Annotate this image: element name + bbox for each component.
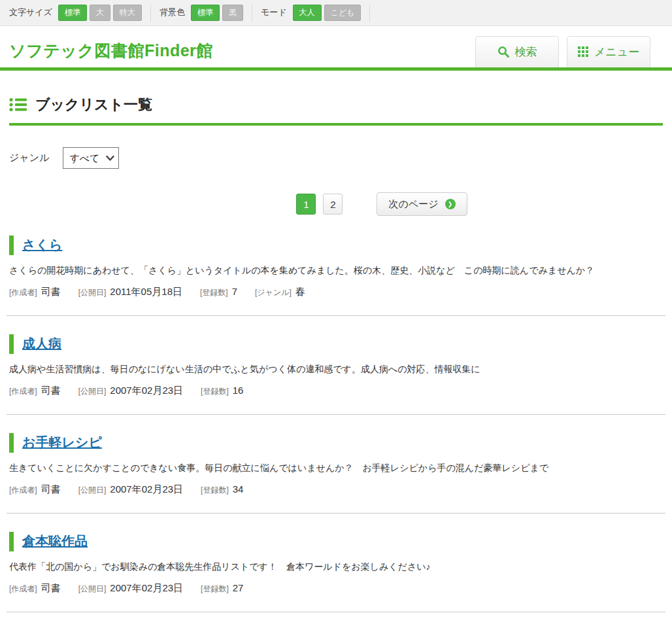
meta-pair: [登録数]16	[201, 385, 243, 397]
booklist-item: お手軽レシピ 生きていくことに欠かすことのできない食事。毎日の献立に悩んではいま…	[9, 415, 663, 496]
background-color-label: 背景色	[160, 7, 185, 18]
font-size-xlarge-button[interactable]: 特大	[113, 5, 142, 20]
meta-label: [作成者]	[9, 287, 37, 298]
mode-label: モード	[261, 7, 287, 18]
meta-pair: [登録数]27	[201, 582, 243, 595]
mode-adult-button[interactable]: 大人	[293, 5, 322, 20]
utility-bar: 文字サイズ 標準 大 特大 背景色 標準 黒 モード 大人 こども	[0, 0, 672, 26]
booklist-meta-row: [作成者]司書[公開日]2007年02月23日[登録数]16	[9, 385, 663, 397]
meta-value: 司書	[41, 582, 61, 595]
meta-value: 司書	[41, 385, 61, 397]
site-header: ソフテック図書館Finder館 検索 メニュー	[0, 26, 672, 71]
menu-button-label: メニュー	[594, 44, 639, 60]
meta-value: 司書	[41, 286, 61, 298]
font-size-group: 文字サイズ 標準 大 特大	[9, 5, 144, 20]
meta-pair: [作成者]司書	[9, 385, 61, 397]
menu-button[interactable]: メニュー	[567, 36, 650, 67]
booklist-title-link[interactable]: お手軽レシピ	[22, 435, 102, 449]
page-button-1[interactable]: 1	[296, 194, 316, 215]
arrow-right-icon: ❯	[445, 199, 456, 209]
next-page-label: 次のページ	[388, 198, 438, 211]
booklist-title-row: 倉本聡作品	[9, 532, 663, 551]
meta-value: 司書	[41, 483, 61, 496]
booklist-item: さくら さくらの開花時期にあわせて、「さくら」というタイトルの本を集めてみました…	[9, 217, 663, 298]
booklist-description: 生きていくことに欠かすことのできない食事。毎日の献立に悩んではいませんか？ お手…	[9, 462, 663, 474]
meta-value: 2007年02月23日	[110, 385, 183, 397]
meta-value: 34	[233, 483, 244, 495]
meta-value: 16	[233, 385, 244, 396]
booklist-container: さくら さくらの開花時期にあわせて、「さくら」というタイトルの本を集めてみました…	[9, 217, 663, 612]
genre-select-wrap: すべて	[63, 147, 119, 169]
booklist-description: 成人病や生活習慣病は、毎日のなにげない生活の中でふと気がつく体の違和感です。成人…	[9, 364, 663, 375]
meta-label: [登録数]	[201, 386, 229, 397]
page-title: ブックリスト一覧	[35, 95, 152, 114]
meta-value: 27	[233, 582, 244, 593]
menu-grid-icon	[578, 46, 589, 58]
meta-value: 春	[295, 286, 305, 298]
booklist-title-link[interactable]: 成人病	[22, 336, 61, 351]
search-button-label: 検索	[515, 44, 537, 60]
meta-pair: [公開日]2007年02月23日	[78, 483, 183, 496]
meta-pair: [公開日]2007年02月23日	[78, 385, 183, 397]
background-color-group: 背景色 標準 黒	[160, 5, 246, 20]
booklist-item: 成人病 成人病や生活習慣病は、毎日のなにげない生活の中でふと気がつく体の違和感で…	[9, 316, 663, 397]
booklist-title-row: さくら	[9, 236, 663, 255]
meta-pair: [ジャンル]春	[255, 286, 305, 298]
genre-filter-row: ジャンル すべて	[9, 147, 663, 169]
list-icon	[9, 97, 27, 112]
meta-label: [登録数]	[200, 287, 228, 298]
title-underline	[9, 123, 663, 126]
meta-pair: [公開日]2007年02月23日	[78, 582, 183, 595]
meta-label: [公開日]	[78, 485, 107, 496]
meta-label: [作成者]	[9, 386, 37, 397]
genre-label: ジャンル	[9, 152, 49, 164]
page-button-2[interactable]: 2	[323, 194, 343, 215]
main-content: ブックリスト一覧 ジャンル すべて 1 2 次のページ ❯ さくら さくらの開花…	[0, 95, 672, 612]
font-size-standard-button[interactable]: 標準	[58, 5, 87, 20]
page-title-row: ブックリスト一覧	[9, 95, 663, 114]
toolbar-separator	[369, 5, 370, 22]
booklist-title-link[interactable]: 倉本聡作品	[22, 534, 88, 548]
toolbar-separator	[252, 5, 252, 22]
search-icon	[497, 46, 510, 58]
booklist-meta-row: [作成者]司書[公開日]2007年02月23日[登録数]34	[9, 483, 663, 496]
booklist-title-link[interactable]: さくら	[22, 237, 62, 252]
booklist-item: 倉本聡作品 代表作「北の国から」でお馴染みの倉本聡先生作品リストです！ 倉本ワー…	[9, 514, 663, 595]
meta-value: 2007年02月23日	[110, 483, 183, 496]
meta-label: [登録数]	[201, 485, 229, 496]
meta-pair: [作成者]司書	[9, 483, 61, 496]
next-page-button[interactable]: 次のページ ❯	[377, 192, 467, 216]
meta-value: 2011年05月18日	[110, 286, 182, 298]
font-size-large-button[interactable]: 大	[90, 5, 110, 20]
booklist-title-row: お手軽レシピ	[9, 433, 663, 453]
meta-value: 2007年02月23日	[110, 582, 183, 595]
meta-pair: [作成者]司書	[9, 582, 61, 595]
meta-label: [公開日]	[78, 584, 107, 595]
booklist-meta-row: [作成者]司書[公開日]2007年02月23日[登録数]27	[9, 582, 663, 595]
meta-pair: [作成者]司書	[9, 286, 61, 298]
meta-label: [作成者]	[9, 584, 37, 595]
mode-kids-button[interactable]: こども	[324, 5, 361, 20]
booklist-description: さくらの開花時期にあわせて、「さくら」というタイトルの本を集めてみました。桜の木…	[9, 265, 663, 277]
meta-label: [公開日]	[78, 386, 107, 397]
font-size-label: 文字サイズ	[9, 7, 52, 18]
meta-label: [登録数]	[201, 584, 229, 595]
search-button[interactable]: 検索	[475, 36, 559, 67]
meta-value: 7	[232, 286, 237, 297]
site-title-link[interactable]: ソフテック図書館Finder館	[9, 40, 213, 61]
booklist-meta-row: [作成者]司書[公開日]2011年05月18日[登録数]7[ジャンル]春	[9, 286, 663, 298]
genre-select[interactable]: すべて	[63, 147, 119, 169]
booklist-title-row: 成人病	[9, 334, 663, 354]
meta-label: [ジャンル]	[255, 287, 292, 298]
booklist-description: 代表作「北の国から」でお馴染みの倉本聡先生作品リストです！ 倉本ワールドをお楽し…	[9, 561, 663, 573]
item-divider	[7, 612, 665, 612]
meta-label: [作成者]	[9, 485, 37, 496]
meta-pair: [公開日]2011年05月18日	[78, 286, 182, 298]
meta-pair: [登録数]34	[201, 483, 243, 496]
meta-pair: [登録数]7	[200, 286, 237, 298]
toolbar-separator	[150, 5, 151, 22]
bg-standard-button[interactable]: 標準	[191, 5, 220, 20]
meta-label: [公開日]	[78, 287, 107, 298]
bg-black-button[interactable]: 黒	[222, 5, 243, 20]
mode-group: モード 大人 こども	[261, 5, 363, 20]
